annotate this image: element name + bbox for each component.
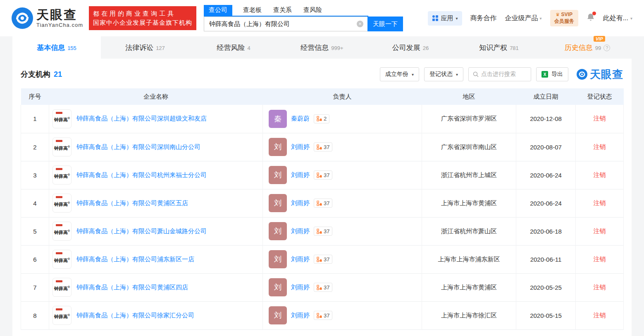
- search-tab[interactable]: 查老板: [242, 5, 262, 16]
- relationship-count-badge[interactable]: 37: [314, 311, 332, 320]
- svip-member-badge[interactable]: ♛ SVIP 会员服务: [550, 10, 578, 26]
- founded-date-cell: 2020-05-15: [516, 301, 576, 329]
- brand-tag: [56, 252, 62, 254]
- page-tab[interactable]: 经营信息 VIP 999+ ?: [278, 36, 366, 59]
- table-row: 8 钟薛高® 钟薛高食品（上海）有限公司徐家汇分公司 刘 刘雨婷: [21, 301, 624, 329]
- column-header: 登记状态: [576, 88, 624, 105]
- relationship-count-badge[interactable]: 37: [314, 142, 332, 151]
- page-tab[interactable]: 法律诉讼 VIP 127 ?: [101, 36, 189, 59]
- company-logo[interactable]: 钟薛高®: [52, 278, 72, 297]
- company-logo[interactable]: 钟薛高®: [52, 222, 72, 241]
- person-name-link[interactable]: 刘雨婷: [291, 256, 310, 263]
- company-name-link[interactable]: 钟薛高食品（上海）有限公司深圳超级文和友店: [76, 115, 207, 123]
- search-button[interactable]: 天眼一下: [367, 17, 403, 31]
- company-logo[interactable]: 钟薛高®: [52, 250, 72, 269]
- search-input[interactable]: [204, 17, 367, 31]
- search-icon: [473, 71, 479, 77]
- company-name-link[interactable]: 钟薛高食品（上海）有限公司黄浦区五店: [76, 199, 188, 207]
- person-avatar[interactable]: 刘: [269, 306, 287, 324]
- tianyancha-logo[interactable]: 天眼查 TianYanCha.com: [12, 7, 83, 29]
- relationship-count-badge[interactable]: 37: [314, 255, 332, 264]
- table-row: 3 钟薛高® 钟薛高食品（上海）有限公司杭州来福士分公司 刘 刘雨婷: [21, 161, 624, 189]
- company-logo[interactable]: 钟薛高®: [52, 109, 72, 128]
- tab-count: 127: [156, 45, 165, 51]
- notification-bell-icon[interactable]: [587, 13, 595, 24]
- org-chart-icon: [317, 173, 322, 178]
- page-tab[interactable]: 公司发展 VIP 26 ?: [366, 36, 455, 59]
- org-chart-icon: [317, 201, 322, 206]
- company-name-link[interactable]: 钟薛高食品（上海）有限公司黄浦区四店: [76, 284, 188, 291]
- row-number: 3: [21, 161, 49, 189]
- company-logo[interactable]: 钟薛高®: [52, 166, 72, 185]
- relationship-count-badge[interactable]: 37: [314, 283, 332, 292]
- content-card: 分支机构 21 成立年份 ▾ 登记状态 ▾ 点击进行搜索 X 导出: [12, 59, 632, 336]
- search-tab-label: 查风险: [303, 6, 322, 13]
- brand-logo-text: 钟薛高®: [54, 117, 70, 123]
- company-name-link[interactable]: 钟薛高食品（上海）有限公司浦东新区一店: [76, 256, 194, 263]
- person-name-link[interactable]: 刘雨婷: [291, 143, 310, 151]
- person-avatar[interactable]: 刘: [269, 222, 287, 240]
- person-avatar[interactable]: 刘: [269, 138, 287, 156]
- chevron-down-icon: ▾: [456, 16, 458, 21]
- company-name-link[interactable]: 钟薛高食品（上海）有限公司萧山金城路分公司: [76, 227, 207, 235]
- company-logo[interactable]: 钟薛高®: [52, 194, 72, 213]
- status-cell: 注销: [576, 217, 624, 245]
- registration-status-filter[interactable]: 登记状态 ▾: [424, 67, 463, 81]
- relationship-count-badge[interactable]: 37: [314, 170, 332, 180]
- search-tab[interactable]: 查风险: [303, 5, 323, 16]
- nav-business-cooperation[interactable]: 商务合作: [470, 14, 497, 23]
- table-search-placeholder: 点击进行搜索: [481, 71, 516, 78]
- company-logo[interactable]: 钟薛高®: [52, 306, 72, 325]
- person-avatar[interactable]: 刘: [269, 194, 287, 212]
- relationship-count: 2: [324, 116, 327, 122]
- help-icon[interactable]: ?: [603, 45, 610, 51]
- page-tab[interactable]: 知识产权 VIP 781 ?: [455, 36, 543, 59]
- person-name-link[interactable]: 刘雨婷: [291, 171, 310, 179]
- export-button[interactable]: X 导出: [536, 67, 568, 81]
- row-number: 8: [21, 301, 49, 329]
- page-tab[interactable]: 历史信息 VIP 99 ?: [543, 36, 632, 59]
- table-row: 6 钟薛高® 钟薛高食品（上海）有限公司浦东新区一店 刘 刘雨婷: [21, 245, 624, 273]
- apps-button[interactable]: 应用 ▾: [428, 11, 462, 26]
- chevron-down-icon: ▾: [540, 16, 542, 21]
- table-row: 4 钟薛高® 钟薛高食品（上海）有限公司黄浦区五店 刘 刘雨婷: [21, 189, 624, 217]
- org-chart-icon: [317, 116, 322, 121]
- tab-label: 知识产权: [479, 44, 507, 52]
- relationship-count-badge[interactable]: 37: [314, 199, 332, 208]
- search-tab[interactable]: 查公司: [204, 5, 232, 16]
- tianyancha-logo-icon: [12, 7, 33, 29]
- table-search-input[interactable]: 点击进行搜索: [468, 67, 531, 81]
- company-name-link[interactable]: 钟薛高食品（上海）有限公司深圳南山分公司: [76, 143, 200, 151]
- person-name-link[interactable]: 刘雨婷: [291, 312, 310, 319]
- person-avatar[interactable]: 刘: [269, 166, 287, 184]
- org-chart-icon: [317, 144, 322, 150]
- search-tab[interactable]: 查关系: [272, 5, 293, 16]
- company-name-link[interactable]: 钟薛高食品（上海）有限公司杭州来福士分公司: [76, 171, 207, 179]
- relationship-count: 37: [324, 172, 329, 178]
- slogan-line2: 国家中小企业发展子基金旗下机构: [93, 18, 192, 27]
- company-name-link[interactable]: 钟薛高食品（上海）有限公司徐家汇分公司: [76, 312, 194, 319]
- user-menu[interactable]: 此处有... ▾: [603, 14, 632, 23]
- status-cell: 注销: [576, 105, 624, 133]
- person-name-link[interactable]: 刘雨婷: [291, 199, 310, 207]
- relationship-count-badge[interactable]: 37: [314, 227, 332, 236]
- top-nav: 应用 ▾ 商务合作 企业级产品 ▾ ♛ SVIP 会员服务 此处有... ▾: [428, 10, 632, 26]
- relationship-count-badge[interactable]: 2: [314, 114, 329, 123]
- person-name-link[interactable]: 刘雨婷: [291, 284, 310, 291]
- brand-logo-text: 钟薛高®: [54, 314, 70, 320]
- person-name-link[interactable]: 刘雨婷: [291, 227, 310, 235]
- page-tab[interactable]: 经营风险 VIP 4 ?: [189, 36, 278, 59]
- company-logo[interactable]: 钟薛高®: [52, 137, 72, 156]
- branches-table: 序号企业名称负责人地区成立日期登记状态 1 钟薛高® 钟薛高食品（上海）有限公司…: [21, 88, 624, 330]
- column-header: 负责人: [263, 88, 422, 105]
- nav-enterprise-products[interactable]: 企业级产品 ▾: [505, 14, 542, 23]
- person-avatar[interactable]: 秦: [269, 110, 287, 128]
- search-tab-label: 查公司: [209, 6, 227, 13]
- person-avatar[interactable]: 刘: [269, 278, 287, 296]
- clear-search-icon[interactable]: ×: [357, 21, 363, 27]
- page-tab[interactable]: 基本信息 VIP 155 ?: [12, 36, 101, 59]
- person-name-link[interactable]: 秦蔚蔚: [291, 115, 310, 123]
- person-avatar[interactable]: 刘: [269, 250, 287, 268]
- founded-year-filter[interactable]: 成立年份 ▾: [380, 67, 419, 81]
- logo-subtitle: TianYanCha.com: [36, 22, 83, 28]
